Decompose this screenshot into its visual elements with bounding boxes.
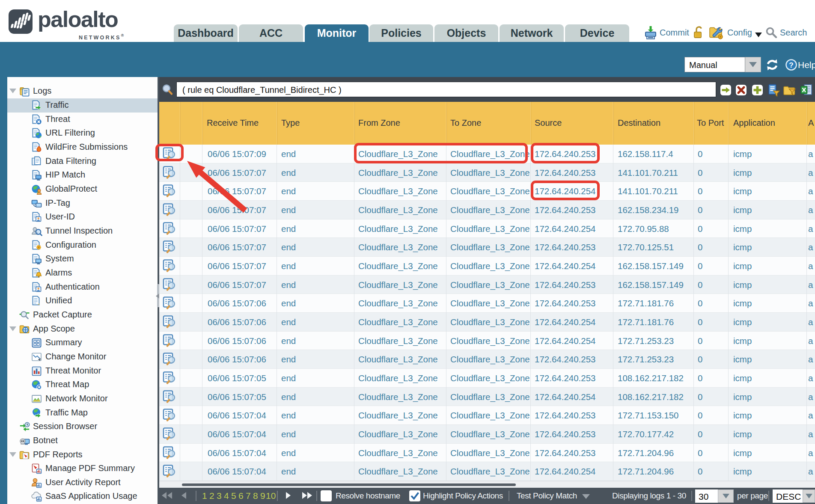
- svg-text:?: ?: [789, 61, 793, 69]
